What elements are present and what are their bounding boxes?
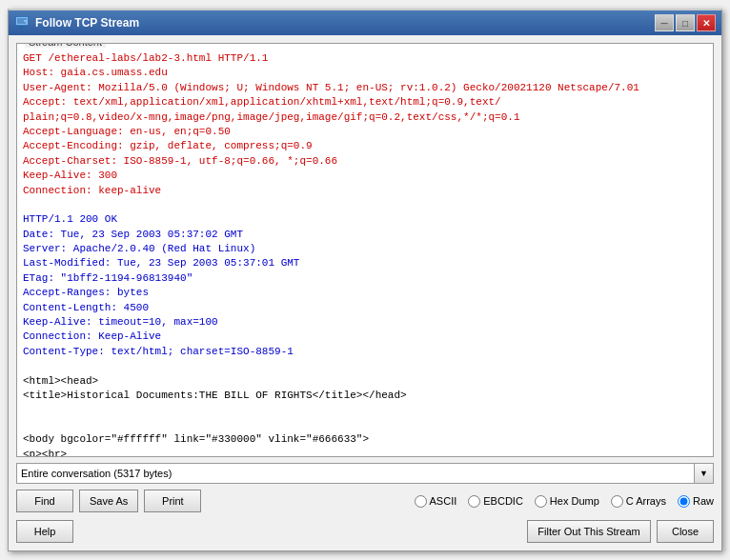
close-button[interactable]: Close (657, 520, 714, 543)
hex-dump-radio-label[interactable]: Hex Dump (535, 495, 599, 508)
svg-marker-5 (19, 27, 25, 30)
dropdown-arrow-button[interactable]: ▼ (695, 463, 714, 484)
raw-label: Raw (693, 495, 714, 507)
ascii-radio-label[interactable]: ASCII (415, 495, 457, 508)
raw-radio-label[interactable]: Raw (678, 495, 714, 508)
save-as-button[interactable]: Save As (79, 490, 138, 512)
close-window-button[interactable]: ✕ (697, 14, 716, 31)
title-bar: Follow TCP Stream ─ □ ✕ (9, 10, 721, 35)
html-content-text: <html><head> <title>Historical Documents… (23, 375, 407, 456)
encoding-radio-group: ASCII EBCDIC Hex Dump C Arrays Raw (207, 495, 714, 508)
minimize-button[interactable]: ─ (655, 14, 674, 31)
bottom-row: Help Filter Out This Stream Close (16, 518, 714, 543)
filter-out-button[interactable]: Filter Out This Stream (527, 520, 651, 543)
follow-tcp-stream-window: Follow TCP Stream ─ □ ✕ Stream Content G… (8, 9, 722, 551)
stream-group: Stream Content GET /ethereal-labs/lab2-3… (16, 43, 714, 457)
print-button[interactable]: Print (144, 490, 201, 512)
window-title: Follow TCP Stream (35, 16, 649, 30)
hex-dump-label: Hex Dump (550, 495, 599, 507)
bottom-left-buttons: Help (16, 520, 73, 543)
stream-group-label: Stream Content (25, 43, 106, 48)
action-button-row: Find Save As Print ASCII EBCDIC Hex Dump (16, 490, 714, 512)
c-arrays-label: C Arrays (626, 495, 666, 507)
window-body: Stream Content GET /ethereal-labs/lab2-3… (9, 35, 721, 550)
find-button[interactable]: Find (16, 490, 73, 512)
hex-dump-radio[interactable] (535, 495, 547, 508)
stream-content-area[interactable]: GET /ethereal-labs/lab2-3.html HTTP/1.1 … (17, 48, 713, 456)
c-arrays-radio-label[interactable]: C Arrays (611, 495, 666, 508)
ebcdic-radio[interactable] (468, 495, 480, 508)
ascii-radio[interactable] (415, 495, 427, 508)
conversation-dropdown-row: Entire conversation (5317 bytes) ▼ (16, 463, 714, 484)
ebcdic-label: EBCDIC (483, 495, 523, 507)
bottom-right-buttons: Filter Out This Stream Close (527, 520, 714, 543)
ascii-label: ASCII (430, 495, 457, 507)
c-arrays-radio[interactable] (611, 495, 623, 508)
blue-response-text: HTTP/1.1 200 OK Date: Tue, 23 Sep 2003 0… (23, 213, 299, 357)
raw-radio[interactable] (678, 495, 690, 508)
red-request-text: GET /ethereal-labs/lab2-3.html HTTP/1.1 … (23, 52, 639, 196)
window-icon (14, 15, 30, 30)
conversation-select[interactable]: Entire conversation (5317 bytes) (16, 463, 695, 484)
title-bar-buttons: ─ □ ✕ (655, 14, 716, 31)
ebcdic-radio-label[interactable]: EBCDIC (468, 495, 523, 508)
help-button[interactable]: Help (16, 520, 73, 543)
maximize-button[interactable]: □ (676, 14, 695, 31)
